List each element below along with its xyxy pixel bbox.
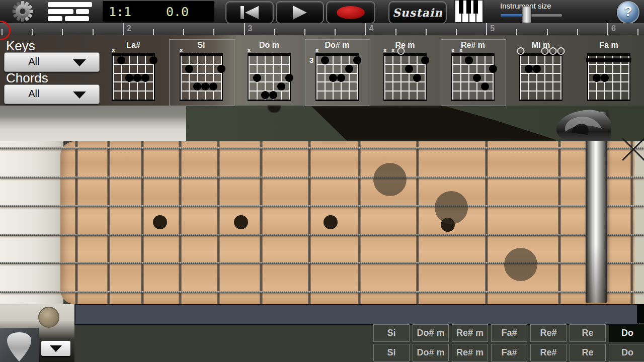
chord-button-Dom[interactable]: Do# m <box>413 344 449 361</box>
finger-dot <box>141 74 149 82</box>
ruler-minor-tick <box>183 29 184 35</box>
ruler-minor-tick <box>395 29 396 35</box>
fretboard-inlay-dot <box>324 215 338 229</box>
rewind-button[interactable] <box>225 1 274 24</box>
guitar-string-6[interactable] <box>0 291 644 293</box>
volume-knob-photo <box>38 307 59 328</box>
play-icon <box>291 5 308 20</box>
chord-button-Re[interactable]: Re <box>570 344 606 361</box>
guitar-string-1[interactable] <box>0 147 644 149</box>
guitar-string-3[interactable] <box>0 205 644 207</box>
record-button[interactable] <box>326 1 375 24</box>
chord-button-Si[interactable]: Si <box>373 344 410 361</box>
fret-wire <box>485 141 488 304</box>
finger-position-marker[interactable] <box>373 163 407 196</box>
chord-button-Dom[interactable]: Do# m <box>413 324 449 342</box>
chord-button-Re[interactable]: Re <box>570 324 606 342</box>
finger-dot <box>277 82 285 90</box>
diagram-fret-line <box>181 81 221 82</box>
diagram-fret-line <box>113 73 153 74</box>
diagram-string-line <box>552 56 553 100</box>
diagram-fret-line <box>249 81 289 82</box>
diagram-fret-line <box>385 90 425 92</box>
rewind-icon <box>238 6 261 20</box>
diagram-string-line <box>493 56 494 100</box>
chord-button-Fa[interactable]: Fa# <box>491 324 527 342</box>
finger-dot <box>217 65 225 73</box>
guitar-string-2[interactable] <box>0 176 644 178</box>
finger-position-marker[interactable] <box>435 191 468 224</box>
chord-button-Si[interactable]: Si <box>373 324 410 342</box>
diagram-string-line <box>113 56 114 100</box>
diagram-string-line <box>181 56 182 100</box>
chord-button-Rem[interactable]: Re# m <box>452 344 488 361</box>
ruler-minor-tick <box>304 29 305 35</box>
diagram-fret-line <box>113 81 153 82</box>
settings-gear-icon[interactable] <box>7 1 38 22</box>
guitar-app: Keys All Chords All La#xSixDo mxDo# mx3R… <box>0 0 644 362</box>
chords-dropdown-value: All <box>5 88 63 100</box>
ruler-major-tick <box>123 23 124 35</box>
chord-button-Fa[interactable]: Fa# <box>491 344 527 361</box>
ruler-minor-tick <box>62 29 63 35</box>
chord-bar-collapse-button[interactable] <box>41 341 70 356</box>
diagram-string-line <box>409 56 410 100</box>
fret-wire <box>260 141 263 304</box>
finger-dot <box>413 74 421 82</box>
diagram-fret-line <box>249 64 289 65</box>
diagram-fret-line <box>385 73 425 74</box>
ruler-minor-tick <box>577 29 578 35</box>
diagram-string-line <box>281 56 282 100</box>
diagram-string-line <box>349 56 350 100</box>
diagram-string-line <box>189 56 190 100</box>
diagram-fret-line <box>589 81 629 82</box>
guitar-string-4[interactable] <box>0 234 644 236</box>
top-toolbar: 1:1 0.0 Sust <box>0 0 644 23</box>
record-icon <box>335 5 366 20</box>
loops-view-icon[interactable] <box>48 2 92 21</box>
chord-button-Rem[interactable]: Re# m <box>452 324 488 342</box>
diagram-string-line <box>392 56 393 100</box>
chord-button-Do[interactable]: Do <box>609 344 644 361</box>
keys-dropdown[interactable]: All <box>4 52 100 72</box>
diagram-fret-line <box>113 90 153 92</box>
finger-dot <box>269 91 277 99</box>
diagram-fret-line <box>181 73 221 74</box>
chord-diagram-grid <box>519 53 562 101</box>
play-button[interactable] <box>276 1 324 24</box>
guitar-string-5[interactable] <box>0 262 644 264</box>
chord-button-Re[interactable]: Re# <box>530 344 567 361</box>
diagram-string-line <box>628 56 629 100</box>
sustain-button[interactable]: Sustain <box>388 1 447 24</box>
finger-dot <box>321 56 329 64</box>
diagram-fret-line <box>521 73 561 74</box>
chords-dropdown[interactable]: All <box>4 84 100 104</box>
timeline-ruler[interactable]: 23456 <box>0 23 644 35</box>
fretboard[interactable] <box>60 141 635 304</box>
fret-wire <box>308 141 311 304</box>
fret-wire <box>217 141 220 304</box>
chord-button-Do[interactable]: Do <box>609 324 644 342</box>
chord-button-Re[interactable]: Re# <box>530 324 567 342</box>
instrument-size-slider[interactable] <box>501 14 562 17</box>
diagram-string-line <box>221 56 222 100</box>
diagram-fret-line <box>589 90 629 92</box>
fret-wire <box>558 141 561 304</box>
ruler-major-tick <box>486 23 487 35</box>
ruler-major-tick <box>365 23 366 35</box>
chord-diagram-title: Fa m <box>577 41 640 50</box>
pick-button[interactable] <box>0 328 39 362</box>
diagram-string-line <box>452 56 453 100</box>
piano-mode-icon[interactable] <box>454 0 484 23</box>
fretboard-scrollbar[interactable] <box>74 304 639 325</box>
wall-photo-strip <box>0 106 186 141</box>
close-icon[interactable] <box>622 138 644 161</box>
diagram-fret-line <box>385 64 425 65</box>
finger-position-marker[interactable] <box>504 248 537 281</box>
triangle-down-icon <box>50 345 62 352</box>
capo-clamp-icon[interactable] <box>552 109 612 142</box>
finger-dot <box>149 56 157 64</box>
diagram-fret-line <box>589 64 629 65</box>
help-button[interactable]: ? <box>617 1 639 24</box>
slider-fill <box>501 14 525 17</box>
